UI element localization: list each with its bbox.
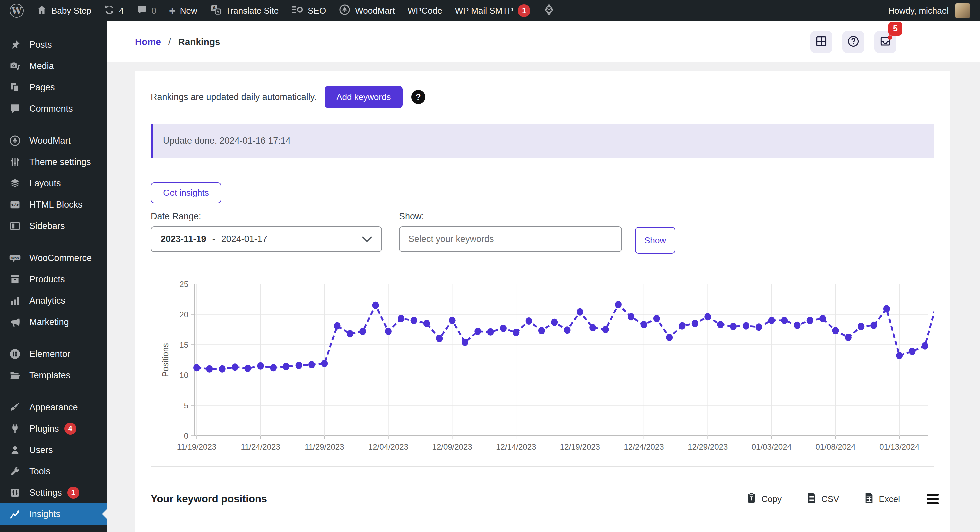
data-point: [423, 320, 430, 327]
site-name-menu[interactable]: Baby Step: [30, 0, 98, 21]
sidebar-item-label: Appearance: [29, 402, 78, 413]
wpcode-menu[interactable]: WPCode: [401, 0, 449, 21]
plus-icon: +: [169, 5, 176, 16]
plug-icon: [9, 422, 21, 435]
data-point: [666, 334, 673, 341]
apps-grid-button[interactable]: [810, 31, 832, 53]
wpcode-label: WPCode: [408, 6, 442, 16]
sidebar-item-label: Tools: [29, 466, 50, 477]
diamond-menu[interactable]: [537, 0, 562, 21]
sidebar-item-label: Pages: [29, 82, 55, 93]
seo-menu[interactable]: SEO: [285, 0, 332, 21]
user-icon: [9, 444, 21, 456]
translate-site-menu[interactable]: A Translate Site: [204, 0, 285, 21]
comments-menu[interactable]: 0: [130, 0, 162, 21]
sidebar-group-separator: [0, 119, 107, 130]
home-icon: [37, 4, 47, 18]
data-point: [871, 322, 877, 329]
woo-icon: Woo: [9, 252, 21, 264]
x-tick-label: 12/04/2023: [368, 442, 408, 451]
data-point: [756, 323, 762, 331]
wp-mail-smtp-menu[interactable]: WP Mail SMTP 1: [449, 0, 537, 21]
table-menu-button[interactable]: [925, 492, 940, 506]
sidebar-menu: PostsMediaPagesCommentsWoodMartTheme set…: [0, 21, 107, 525]
sidebar-item-sidebars[interactable]: Sidebars: [0, 215, 107, 237]
data-point: [641, 321, 648, 328]
add-keywords-button[interactable]: Add keywords: [325, 86, 402, 108]
question-circle-icon: [847, 35, 860, 49]
sidebar-item-woocommerce[interactable]: WooWooCommerce: [0, 247, 107, 269]
data-point: [577, 308, 583, 316]
sidebar-item-woodmart[interactable]: WoodMart: [0, 130, 107, 151]
new-content-menu[interactable]: + New: [163, 0, 204, 21]
sidebar-item-marketing[interactable]: Marketing: [0, 311, 107, 333]
help-button[interactable]: [842, 31, 864, 53]
sidebar-item-theme-settings[interactable]: Theme settings: [0, 151, 107, 173]
data-point: [526, 317, 532, 325]
sidebar-item-appearance[interactable]: Appearance: [0, 397, 107, 418]
wordpress-menu[interactable]: W: [3, 0, 30, 21]
data-point: [244, 365, 251, 372]
copy-button[interactable]: Copy: [746, 492, 782, 506]
keywords-input[interactable]: [399, 226, 622, 252]
filter-labels-row: Date Range: Show:: [151, 211, 934, 221]
excel-button[interactable]: Excel: [864, 492, 900, 506]
sidebar-item-media[interactable]: Media: [0, 55, 107, 76]
avatar: [955, 3, 970, 18]
elementor-icon: [9, 348, 21, 360]
csv-button[interactable]: CSV: [807, 492, 839, 506]
show-button[interactable]: Show: [635, 227, 675, 254]
update-icon: [104, 4, 115, 18]
sidebar-item-label: Settings: [29, 488, 62, 498]
chevron-down-icon: [362, 236, 372, 242]
data-point: [538, 327, 545, 334]
copy-label: Copy: [761, 494, 782, 504]
sidebar-item-settings[interactable]: Settings1: [0, 482, 107, 503]
camera-icon: [9, 60, 21, 72]
woodmart-admin-menu[interactable]: WoodMart: [332, 0, 401, 21]
sidebar-item-pages[interactable]: Pages: [0, 76, 107, 98]
woodmart-label: WoodMart: [355, 6, 395, 16]
sidebar-item-insights[interactable]: Insights: [0, 503, 107, 525]
sidebar-item-badge: 4: [64, 423, 76, 435]
account-menu[interactable]: Howdy, michael: [882, 0, 977, 21]
sidebar-item-products[interactable]: Products: [0, 269, 107, 290]
spreadsheet-icon: [864, 492, 873, 506]
sidebar-item-templates[interactable]: Templates: [0, 365, 107, 386]
sidebar-item-label: Plugins: [29, 424, 59, 434]
data-point: [449, 317, 456, 324]
sidebar-item-comments[interactable]: Comments: [0, 98, 107, 119]
data-point: [360, 328, 366, 335]
data-point: [232, 363, 238, 371]
x-tick-label: 12/09/2023: [432, 442, 473, 451]
code-icon: </>: [9, 198, 21, 211]
data-point: [718, 321, 724, 328]
get-insights-button[interactable]: Get insights: [151, 182, 221, 203]
data-point: [283, 363, 290, 370]
sidebar-item-posts[interactable]: Posts: [0, 34, 107, 55]
sidebar-item-layouts[interactable]: Layouts: [0, 173, 107, 194]
date-range-dropdown[interactable]: 2023-11-19 - 2024-01-17: [151, 226, 382, 252]
data-point: [704, 313, 711, 320]
help-circle-icon[interactable]: ?: [411, 90, 425, 104]
wpmail-label: WP Mail SMTP: [455, 6, 514, 16]
updates-menu[interactable]: 4: [98, 0, 130, 21]
sidebar-item-label: WoodMart: [29, 136, 71, 146]
svg-text:</>: </>: [11, 203, 19, 208]
export-toolbar: Copy CSV Excel: [746, 492, 940, 506]
sidebar-item-label: Analytics: [29, 296, 65, 306]
sidebar-item-plugins[interactable]: Plugins4: [0, 418, 107, 439]
data-point: [768, 317, 775, 324]
page-header: Home / Rankings 5: [107, 21, 980, 62]
sidebar-item-users[interactable]: Users: [0, 439, 107, 461]
data-point: [819, 315, 826, 322]
data-point: [743, 322, 749, 330]
sidebar-item-analytics[interactable]: Analytics: [0, 290, 107, 311]
sidebar-item-tools[interactable]: Tools: [0, 461, 107, 482]
breadcrumb: Home / Rankings: [135, 37, 220, 47]
show-label: Show:: [399, 211, 424, 221]
inbox-button[interactable]: 5: [874, 31, 896, 53]
sidebar-item-html-blocks[interactable]: </>HTML Blocks: [0, 194, 107, 215]
sidebar-item-elementor[interactable]: Elementor: [0, 343, 107, 365]
breadcrumb-home-link[interactable]: Home: [135, 37, 161, 47]
